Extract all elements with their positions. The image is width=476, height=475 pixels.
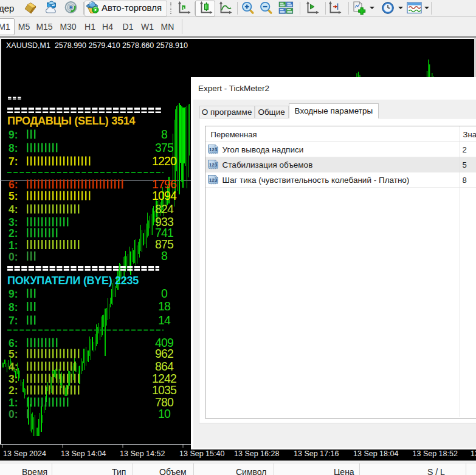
svg-text:13 Sep 18:04: 13 Sep 18:04 [353, 449, 398, 458]
svg-text:2:: 2: [9, 384, 18, 397]
svg-text:1035: 1035 [152, 383, 177, 397]
svg-text:10: 10 [158, 407, 171, 420]
svg-text:123: 123 [209, 177, 217, 183]
svg-text:0: 0 [161, 287, 168, 300]
svg-text:13 Sep 2024: 13 Sep 2024 [3, 449, 46, 458]
svg-text:864: 864 [155, 360, 174, 373]
svg-text:7:: 7: [9, 315, 18, 327]
svg-text:962: 962 [155, 347, 173, 360]
svg-text:1220: 1220 [152, 154, 177, 168]
svg-text:2:: 2: [9, 227, 18, 239]
svg-text:13 Sep 15:40: 13 Sep 15:40 [179, 449, 224, 458]
svg-text:3:: 3: [9, 216, 18, 228]
svg-text:4:: 4: [9, 203, 18, 216]
svg-text:ПРОДАВЦЫ (SELL) 3514: ПРОДАВЦЫ (SELL) 3514 [7, 115, 135, 127]
svg-text:4:: 4: [9, 361, 18, 373]
svg-text:ПОКУПАТЕЛИ (BYE) 2235: ПОКУПАТЕЛИ (BYE) 2235 [7, 275, 139, 287]
svg-text:13 Sep 14:52: 13 Sep 14:52 [120, 449, 165, 458]
svg-text:18: 18 [158, 299, 170, 313]
svg-text:7:: 7: [9, 155, 18, 168]
svg-text:3:: 3: [9, 373, 18, 385]
svg-text:13 Sep 16:28: 13 Sep 16:28 [234, 449, 279, 458]
svg-text:14: 14 [158, 313, 171, 327]
svg-text:1094: 1094 [152, 189, 177, 202]
svg-text:8:: 8: [9, 301, 18, 313]
svg-text:13 Sep 14:04: 13 Sep 14:04 [61, 449, 106, 458]
svg-text:0:: 0: [9, 408, 18, 420]
svg-text:XAUUSD,M1 2578.990 2579.410 2: XAUUSD,M1 2578.990 2579.410 2578.660 257… [6, 41, 188, 50]
svg-text:0:: 0: [9, 251, 18, 263]
svg-text:13 Sep 18:52: 13 Sep 18:52 [413, 449, 458, 458]
svg-text:8: 8 [161, 249, 167, 262]
svg-text:375: 375 [155, 141, 174, 154]
svg-text:6:: 6: [9, 337, 18, 349]
svg-text:5:: 5: [9, 348, 18, 360]
svg-text:1:: 1: [9, 397, 18, 409]
svg-text:123: 123 [209, 147, 217, 152]
svg-text:6:: 6: [9, 179, 18, 191]
svg-text:9:: 9: [9, 288, 18, 300]
svg-text:5:: 5: [9, 190, 18, 202]
svg-text:8:: 8: [9, 142, 18, 154]
svg-text:8: 8 [161, 128, 167, 141]
svg-text:1:: 1: [9, 239, 18, 251]
svg-text:824: 824 [155, 202, 174, 216]
svg-text:9:: 9: [9, 129, 18, 141]
svg-text:13 Sep 17:16: 13 Sep 17:16 [294, 449, 339, 458]
svg-text:13 Sep 19:40: 13 Sep 19:40 [471, 449, 476, 458]
svg-text:123: 123 [209, 162, 217, 168]
